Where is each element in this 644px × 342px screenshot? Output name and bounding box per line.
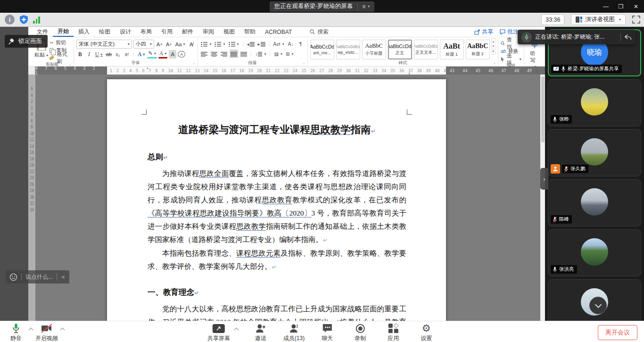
quick-chat-bar[interactable]: 说点什么... < <box>6 270 69 284</box>
numbered-list-button[interactable]: ▾ <box>214 40 226 48</box>
bold-button[interactable]: B <box>76 50 84 58</box>
distribute-button[interactable] <box>239 50 248 58</box>
meeting-info-icon[interactable]: i <box>5 15 15 25</box>
comments-button[interactable]: 批注 <box>500 28 519 36</box>
dialog-launcher-icon[interactable]: ⌟ <box>303 59 304 66</box>
show-marks-button[interactable]: ¶ <box>297 40 305 48</box>
share-document-button[interactable]: 共享 <box>474 28 493 36</box>
bullet-list-button[interactable]: ▾ <box>200 40 212 48</box>
ribbon-tab[interactable]: 视图 <box>219 27 239 37</box>
leave-meeting-button[interactable]: 离开会议 <box>598 325 637 340</box>
chat-button[interactable]: 聊天 <box>317 323 338 342</box>
participant-tile[interactable]: 张久鹏 <box>548 129 641 176</box>
members-button[interactable]: 成员(13) <box>283 323 305 342</box>
change-case-button[interactable]: Aa▾ <box>174 40 186 49</box>
highlight-color-button[interactable]: ✎▾ <box>147 50 157 58</box>
ribbon-tab[interactable]: 绘图 <box>94 27 115 37</box>
vertical-ruler[interactable]: 6 4 2 2 4 6 8 10 12 14 16 18 20 22 24 26… <box>28 75 35 321</box>
style-chip[interactable]: AaBbCcDdEewp_visitc... <box>336 40 360 59</box>
subscript-button[interactable]: x₂ <box>114 50 122 58</box>
ribbon-tab[interactable]: ACROBAT <box>260 27 297 37</box>
align-left-button[interactable] <box>200 50 208 58</box>
asian-layout-button[interactable]: A⇄▾ <box>272 40 285 48</box>
justify-button[interactable] <box>230 50 238 58</box>
enclose-characters-button[interactable]: A <box>178 51 185 58</box>
grow-font-button[interactable]: A∧ <box>156 40 164 49</box>
document-page[interactable]: 道路桥梁与渡河工程专业课程思政教学指南↵总则↵为推动课程思政全面覆盖，落实立德树… <box>107 79 446 321</box>
share-options-chevron[interactable] <box>234 328 239 333</box>
shading-button[interactable]: ▨▾ <box>273 50 283 58</box>
increase-indent-button[interactable]: ▸ <box>257 40 266 48</box>
style-chip[interactable]: AaBbC小节标题 <box>362 40 386 59</box>
ribbon-tab[interactable]: 引用 <box>157 27 177 37</box>
scroll-participants-button[interactable] <box>589 297 607 314</box>
indent-marker[interactable]: ▲ <box>408 71 410 75</box>
banner-menu-icon[interactable]: ≡▾ <box>357 3 370 10</box>
maximize-button[interactable]: ❐ <box>616 3 626 10</box>
video-options-chevron[interactable] <box>60 328 65 333</box>
sort-button[interactable]: A↓ <box>287 40 295 48</box>
record-button[interactable]: 录制 <box>350 323 371 342</box>
ribbon-tab[interactable]: 开始 <box>53 27 74 37</box>
dialog-launcher-icon[interactable]: ⌟ <box>193 59 194 66</box>
fullscreen-icon[interactable] <box>632 16 640 24</box>
superscript-button[interactable]: x² <box>123 50 131 58</box>
cut-button[interactable]: ✂剪切 <box>50 39 71 46</box>
ribbon-tab[interactable]: 帮助 <box>239 27 260 37</box>
style-chip[interactable]: AaBbCcDdI正文 <box>388 40 412 59</box>
borders-button[interactable]: ⊞▾ <box>285 50 294 58</box>
close-button[interactable]: ✕ <box>631 3 641 10</box>
settings-button[interactable]: ⚙ 设置 <box>416 323 437 342</box>
start-video-button[interactable]: 开启视频 <box>35 323 58 342</box>
character-shading-button[interactable]: A <box>169 50 176 58</box>
sidebar-collapse-button[interactable]: › <box>540 168 548 190</box>
ribbon-tab[interactable]: 布局 <box>136 27 157 37</box>
collapse-chat-icon[interactable]: < <box>61 274 66 280</box>
watching-banner[interactable]: 您正在观看桥梁-罗晓瑜的屏幕 ≡▾ <box>270 1 375 12</box>
style-chip[interactable]: AaBbC标题 2 <box>466 40 490 59</box>
scrollbar-thumb[interactable] <box>541 76 545 142</box>
chat-input-placeholder[interactable]: 说点什么... <box>25 273 53 281</box>
mute-button[interactable]: 静音 <box>6 323 26 342</box>
shield-icon[interactable] <box>19 15 29 25</box>
styles-scroll-arrows[interactable]: ▴▾▾ <box>491 38 496 55</box>
italic-button[interactable]: I <box>85 50 93 58</box>
apps-button[interactable]: 应用 <box>383 323 404 342</box>
reply-arrow-icon[interactable] <box>624 34 632 41</box>
style-chip[interactable]: AaBbCcDdarti_me... <box>310 40 334 59</box>
style-chip[interactable]: AaBbCcDdEe正文文本... <box>414 40 438 59</box>
network-signal-icon[interactable] <box>33 16 40 24</box>
view-mode-button[interactable]: 演讲者视图 ▾ <box>571 14 626 25</box>
align-right-button[interactable] <box>220 50 228 58</box>
ribbon-tab[interactable]: 审阅 <box>198 27 219 37</box>
participant-tile[interactable]: 陈峰 <box>548 179 641 226</box>
format-painter-button[interactable]: 格式刷 <box>50 54 71 61</box>
clear-formatting-button[interactable]: A̸ <box>188 40 195 49</box>
ribbon-tab[interactable]: 设计 <box>115 27 136 37</box>
font-color-button[interactable]: A▾ <box>158 50 167 58</box>
participant-tile[interactable]: 张洪亮 <box>548 229 641 276</box>
share-screen-button[interactable]: 共享屏幕 <box>207 323 230 342</box>
underline-button[interactable]: U▾ <box>94 50 103 58</box>
horizontal-ruler[interactable]: 8 7 6 5 4 3 2 1 ▼ 1 2 3 4 5 6 7 8 9 10 1… <box>28 67 545 75</box>
shrink-font-button[interactable]: A∨ <box>165 40 173 49</box>
style-chip[interactable]: AaBt标题 1 <box>440 40 464 59</box>
select-button[interactable]: 选择▾ <box>501 56 521 63</box>
ribbon-tab[interactable]: 插入 <box>74 27 94 37</box>
font-size-select[interactable]: 小四▾ <box>133 40 154 49</box>
minimize-button[interactable]: — <box>601 3 611 10</box>
strikethrough-button[interactable]: ab <box>105 50 113 58</box>
emoji-icon[interactable] <box>9 273 17 281</box>
dialog-launcher-icon[interactable]: ⌟ <box>494 59 495 66</box>
invite-button[interactable]: 邀请 <box>250 323 271 342</box>
decrease-indent-button[interactable]: ◂ <box>246 40 256 48</box>
align-center-button[interactable] <box>210 50 218 58</box>
multilevel-list-button[interactable]: ▾ <box>228 40 240 48</box>
participant-tile[interactable]: 张晔 <box>548 79 641 126</box>
lock-view-button[interactable]: 锁定画面 <box>5 35 48 48</box>
word-scrollbar[interactable] <box>540 75 545 321</box>
font-name-select[interactable]: 宋体 (中文正文)▾ <box>76 40 132 49</box>
ribbon-tab[interactable]: 邮件 <box>177 27 198 37</box>
mic-options-chevron[interactable] <box>29 328 33 333</box>
text-effects-button[interactable]: A▾ <box>137 50 146 58</box>
